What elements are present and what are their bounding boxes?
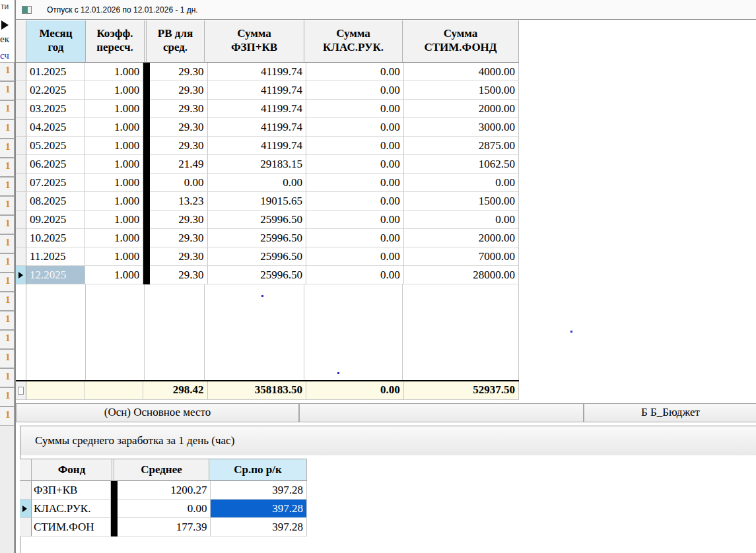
coef-cell[interactable]: 1.000: [85, 81, 143, 100]
stim-cell[interactable]: 28000.00: [404, 266, 519, 284]
rv-cell[interactable]: 29.30: [150, 247, 207, 266]
coef-cell[interactable]: 1.000: [85, 229, 143, 247]
month-cell[interactable]: 11.2025: [26, 247, 85, 266]
rv-cell[interactable]: 29.30: [150, 137, 207, 155]
stim-cell[interactable]: 1500.00: [404, 192, 519, 211]
table-row[interactable]: 03.20251.00029.3041199.740.002000.00: [16, 100, 519, 118]
month-cell[interactable]: 03.2025: [26, 100, 85, 118]
row-gutter[interactable]: [16, 266, 26, 284]
avg-rk-cell[interactable]: 397.28: [211, 481, 307, 500]
row-gutter[interactable]: [16, 137, 26, 155]
table-row[interactable]: 09.20251.00029.3025996.500.000.00: [16, 211, 519, 229]
row-gutter[interactable]: [16, 247, 26, 266]
stim-cell[interactable]: 4000.00: [404, 63, 519, 81]
coef-cell[interactable]: 1.000: [85, 137, 143, 155]
row-gutter[interactable]: [16, 118, 26, 137]
fund-cell[interactable]: КЛАС.РУК.: [32, 500, 111, 518]
coef-cell[interactable]: 1.000: [85, 192, 143, 211]
row-gutter[interactable]: [16, 211, 26, 229]
avg-rk-cell[interactable]: 397.28: [211, 518, 307, 537]
month-cell[interactable]: 10.2025: [26, 229, 85, 247]
month-cell[interactable]: 08.2025: [26, 192, 85, 211]
stim-cell[interactable]: 2875.00: [404, 137, 519, 155]
table-row[interactable]: 01.20251.00029.3041199.740.004000.00: [16, 63, 519, 81]
klas-cell[interactable]: 0.00: [306, 118, 404, 137]
stim-cell[interactable]: 7000.00: [404, 247, 519, 266]
stim-cell[interactable]: 0.00: [404, 174, 519, 192]
month-cell[interactable]: 04.2025: [26, 118, 85, 137]
klas-cell[interactable]: 0.00: [306, 174, 404, 192]
fzp-cell[interactable]: 19015.65: [208, 192, 307, 211]
table-row[interactable]: 08.20251.00013.2319015.650.001500.00: [16, 192, 519, 211]
table-row[interactable]: 06.20251.00021.4929183.150.001062.50: [16, 155, 519, 174]
fzp-cell[interactable]: 25996.50: [208, 211, 307, 229]
rv-cell[interactable]: 21.49: [150, 155, 207, 174]
rv-cell[interactable]: 29.30: [150, 63, 207, 81]
month-cell[interactable]: 02.2025: [26, 81, 85, 100]
avg-table-row[interactable]: СТИМ.ФОН177.39397.28: [20, 518, 307, 537]
klas-cell[interactable]: 0.00: [306, 229, 404, 247]
coef-cell[interactable]: 1.000: [85, 247, 143, 266]
row-gutter[interactable]: [20, 481, 32, 500]
month-cell[interactable]: 09.2025: [26, 211, 85, 229]
avg-table-row[interactable]: ФЗП+КВ1200.27397.28: [20, 481, 307, 500]
klas-cell[interactable]: 0.00: [306, 63, 404, 81]
fzp-cell[interactable]: 29183.15: [208, 155, 307, 174]
table-row[interactable]: 05.20251.00029.3041199.740.002875.00: [16, 137, 519, 155]
row-gutter[interactable]: [20, 500, 32, 518]
month-cell[interactable]: 06.2025: [26, 155, 85, 174]
table-row[interactable]: 07.20251.0000.000.000.000.00: [16, 174, 519, 192]
row-gutter[interactable]: [16, 63, 26, 81]
klas-cell[interactable]: 0.00: [306, 100, 404, 118]
coef-cell[interactable]: 1.000: [85, 63, 143, 81]
coef-cell[interactable]: 1.000: [85, 211, 143, 229]
avg-table-row[interactable]: КЛАС.РУК.0.00397.28: [20, 500, 307, 518]
table-row[interactable]: 12.20251.00029.3025996.500.0028000.00: [16, 266, 519, 284]
fzp-cell[interactable]: 25996.50: [208, 229, 307, 247]
table-row[interactable]: 02.20251.00029.3041199.740.001500.00: [16, 81, 519, 100]
klas-cell[interactable]: 0.00: [306, 137, 404, 155]
stim-cell[interactable]: 2000.00: [404, 100, 519, 118]
fzp-cell[interactable]: 25996.50: [208, 266, 307, 284]
row-gutter[interactable]: [16, 81, 26, 100]
fzp-cell[interactable]: 25996.50: [208, 247, 307, 266]
rv-cell[interactable]: 29.30: [150, 229, 207, 247]
table-row[interactable]: 11.20251.00029.3025996.500.007000.00: [16, 247, 519, 266]
stim-cell[interactable]: 3000.00: [404, 118, 519, 137]
month-cell[interactable]: 12.2025: [26, 266, 85, 284]
klas-cell[interactable]: 0.00: [306, 155, 404, 174]
fund-cell[interactable]: СТИМ.ФОН: [32, 518, 111, 537]
rv-cell[interactable]: 29.30: [150, 266, 207, 284]
klas-cell[interactable]: 0.00: [306, 266, 404, 284]
row-gutter[interactable]: [16, 229, 26, 247]
fzp-cell[interactable]: 41199.74: [208, 81, 307, 100]
coef-cell[interactable]: 1.000: [85, 118, 143, 137]
avg-cell[interactable]: 0.00: [118, 500, 211, 518]
fzp-cell[interactable]: 41199.74: [208, 100, 307, 118]
fzp-cell[interactable]: 41199.74: [208, 63, 307, 81]
coef-cell[interactable]: 1.000: [85, 266, 143, 284]
stim-cell[interactable]: 0.00: [404, 211, 519, 229]
avg-rk-cell[interactable]: 397.28: [211, 500, 307, 518]
klas-cell[interactable]: 0.00: [306, 192, 404, 211]
title-bar[interactable]: Отпуск с 12.01.2026 по 12.01.2026 - 1 дн…: [16, 0, 756, 20]
coef-cell[interactable]: 1.000: [85, 155, 143, 174]
row-gutter[interactable]: [16, 100, 26, 118]
rv-cell[interactable]: 29.30: [150, 118, 207, 137]
klas-cell[interactable]: 0.00: [306, 81, 404, 100]
month-cell[interactable]: 01.2025: [26, 63, 85, 81]
rv-cell[interactable]: 29.30: [150, 100, 207, 118]
stim-cell[interactable]: 1062.50: [404, 155, 519, 174]
rv-cell[interactable]: 29.30: [150, 211, 207, 229]
fund-cell[interactable]: ФЗП+КВ: [32, 481, 111, 500]
table-row[interactable]: 04.20251.00029.3041199.740.003000.00: [16, 118, 519, 137]
coef-cell[interactable]: 1.000: [85, 174, 143, 192]
row-gutter[interactable]: [16, 155, 26, 174]
stim-cell[interactable]: 1500.00: [404, 81, 519, 100]
month-cell[interactable]: 07.2025: [26, 174, 85, 192]
klas-cell[interactable]: 0.00: [306, 247, 404, 266]
stim-cell[interactable]: 2000.00: [404, 229, 519, 247]
row-gutter[interactable]: [16, 174, 26, 192]
fzp-cell[interactable]: 41199.74: [208, 137, 307, 155]
coef-cell[interactable]: 1.000: [85, 100, 143, 118]
